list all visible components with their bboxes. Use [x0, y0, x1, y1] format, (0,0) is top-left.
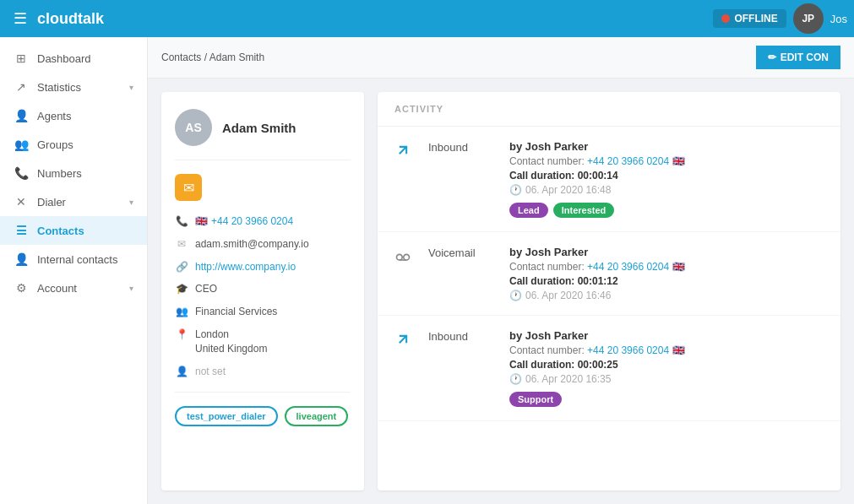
sidebar-item-contacts[interactable]: ☰ Contacts: [0, 216, 147, 245]
dashboard-icon: ⊞: [14, 51, 29, 65]
clock-icon: 🕐: [509, 184, 522, 196]
sidebar-item-label: Contacts: [37, 225, 84, 237]
svg-point-0: [397, 254, 403, 260]
location-value: London United Kingdom: [195, 328, 267, 356]
flag-uk-icon: 🇬🇧: [672, 155, 685, 167]
chevron-down-icon: ▾: [129, 198, 133, 207]
sidebar-item-dialer[interactable]: ✕ Dialer ▾: [0, 187, 147, 216]
activity-time: 🕐 06. Apr 2020 16:46: [509, 290, 824, 301]
industry-value: Financial Services: [195, 305, 277, 319]
avatar: AS: [175, 109, 212, 146]
sidebar-item-statistics[interactable]: ↗ Statistics ▾: [0, 73, 147, 101]
job-title-value: CEO: [195, 282, 217, 296]
groups-icon: 👥: [14, 138, 29, 151]
sidebar-item-internal-contacts[interactable]: 👤 Internal contacts: [0, 245, 147, 274]
activity-details: by Josh Parker Contact number: +44 20 39…: [509, 140, 824, 218]
two-col-layout: AS Adam Smith ✉ 📞 🇬🇧 +44 20 3966 0204: [148, 79, 854, 504]
website-link[interactable]: http://www.company.io: [195, 261, 296, 273]
content-area: Contacts / Adam Smith ✏ EDIT CON AS: [148, 37, 854, 504]
activity-agent: by Josh Parker: [509, 246, 588, 258]
phone-link[interactable]: +44 20 3966 0204: [211, 214, 293, 229]
tag-lead[interactable]: Lead: [509, 203, 548, 218]
activity-item: Inbound by Josh Parker Contact number: +…: [378, 316, 840, 421]
activity-time: 🕐 06. Apr 2020 16:48: [509, 184, 824, 196]
top-header: ☰ cloudtalk OFFLINE JP Jos: [0, 0, 854, 37]
account-icon: ⚙: [14, 281, 29, 295]
location-row: 📍 London United Kingdom: [175, 328, 351, 356]
sidebar-item-numbers[interactable]: 📞 Numbers: [0, 159, 147, 187]
contact-tags: test_power_dialer liveagent: [175, 406, 351, 426]
numbers-icon: 📞: [14, 166, 29, 180]
sidebar-item-agents[interactable]: 👤 Agents: [0, 101, 147, 130]
main-layout: ⊞ Dashboard ↗ Statistics ▾ 👤 Agents 👥 Gr…: [0, 37, 854, 504]
activity-details: by Josh Parker Contact number: +44 20 39…: [509, 329, 824, 407]
activity-phone-link[interactable]: +44 20 3966 0204: [587, 344, 669, 356]
duration-label: Call duration:: [509, 359, 578, 371]
duration-label: Call duration:: [509, 275, 578, 287]
header-right: OFFLINE JP Jos: [713, 0, 854, 37]
menu-icon[interactable]: ☰: [14, 9, 27, 28]
activity-tags: Support: [509, 392, 824, 407]
sidebar-item-label: Account: [37, 282, 77, 295]
breadcrumb: Contacts / Adam Smith: [161, 51, 264, 63]
time-value: 06. Apr 2020 16:48: [525, 184, 611, 196]
sidebar-item-label: Numbers: [37, 167, 82, 180]
city-value: London: [195, 328, 267, 342]
phone-icon: 📞: [175, 215, 188, 227]
activity-contact: Contact number: +44 20 3966 0204 🇬🇧: [509, 344, 824, 356]
extra-value: not set: [195, 365, 226, 379]
contact-label: Contact number:: [509, 344, 587, 356]
edit-button-label: EDIT CON: [781, 51, 829, 63]
activity-contact: Contact number: +44 20 3966 0204 🇬🇧: [509, 261, 824, 273]
sidebar-item-label: Dashboard: [37, 52, 91, 65]
activity-duration: Call duration: 00:00:14: [509, 170, 824, 182]
status-badge[interactable]: OFFLINE: [713, 9, 786, 28]
email-value: adam.smith@company.io: [195, 237, 309, 252]
duration-value: 00:00:14: [578, 170, 618, 182]
sidebar-item-dashboard[interactable]: ⊞ Dashboard: [0, 44, 147, 73]
duration-label: Call duration:: [509, 170, 578, 182]
phone-value: 🇬🇧 +44 20 3966 0204: [195, 214, 293, 229]
header-left: ☰ cloudtalk: [14, 9, 104, 28]
message-icon-container: ✉: [175, 174, 351, 201]
activity-type-label: Voicemail: [428, 247, 496, 259]
chevron-down-icon: ▾: [129, 284, 133, 293]
activity-agent: by Josh Parker: [509, 329, 588, 342]
activity-header: ACTIVITY: [378, 92, 840, 127]
user-initials: JP: [802, 13, 814, 24]
job-icon: 🎓: [175, 283, 188, 295]
website-row: 🔗 http://www.company.io: [175, 260, 351, 274]
sidebar-item-label: Agents: [37, 110, 71, 122]
activity-phone-link[interactable]: +44 20 3966 0204: [587, 155, 669, 167]
inbound-call-icon: [394, 142, 415, 161]
activity-title: ACTIVITY: [394, 104, 443, 114]
extra-row: 👤 not set: [175, 365, 351, 379]
user-name: Jos: [830, 13, 854, 25]
tag-liveagent[interactable]: liveagent: [285, 406, 349, 426]
industry-icon: 👥: [175, 306, 188, 317]
edit-contact-button[interactable]: ✏ EDIT CON: [756, 46, 840, 69]
agents-icon: 👤: [14, 109, 29, 122]
tag-test-power-dialer[interactable]: test_power_dialer: [175, 406, 278, 426]
duration-value: 00:01:12: [578, 275, 618, 287]
website-value: http://www.company.io: [195, 260, 296, 274]
message-icon[interactable]: ✉: [175, 174, 202, 201]
tag-support[interactable]: Support: [509, 392, 562, 407]
activity-phone-link[interactable]: +44 20 3966 0204: [587, 261, 669, 273]
sidebar-item-groups[interactable]: 👥 Groups: [0, 130, 147, 159]
breadcrumb-current: Adam Smith: [209, 51, 264, 63]
industry-row: 👥 Financial Services: [175, 305, 351, 319]
activity-type-label: Inbound: [428, 330, 496, 343]
offline-dot-icon: [721, 14, 730, 23]
activity-agent: by Josh Parker: [509, 140, 588, 153]
tag-interested[interactable]: Interested: [553, 203, 615, 218]
time-value: 06. Apr 2020 16:46: [525, 290, 611, 301]
contacts-icon: ☰: [14, 224, 29, 237]
activity-by: by Josh Parker: [509, 140, 824, 153]
avatar[interactable]: JP: [793, 3, 824, 34]
activity-type-label: Inbound: [428, 141, 496, 154]
sidebar-item-account[interactable]: ⚙ Account ▾: [0, 274, 147, 302]
link-icon: 🔗: [175, 261, 188, 273]
email-row: ✉ adam.smith@company.io: [175, 237, 351, 252]
voicemail-icon: [394, 247, 415, 267]
